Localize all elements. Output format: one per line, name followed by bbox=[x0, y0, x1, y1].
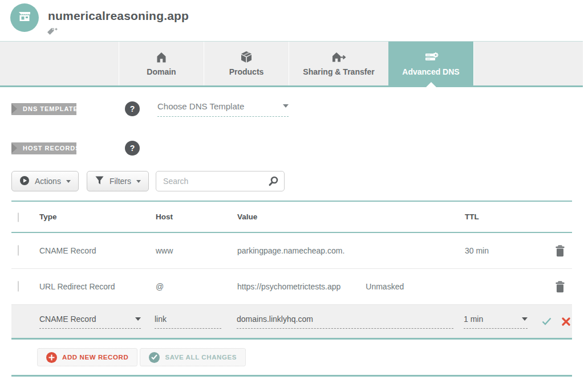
cell-value: parkingpage.namecheap.com. bbox=[237, 246, 344, 255]
tab-label: Products bbox=[229, 67, 264, 76]
tab-spacer bbox=[473, 42, 583, 85]
box-icon bbox=[240, 51, 253, 63]
search-box bbox=[156, 171, 285, 191]
table-header-row: Type Host Value TTL bbox=[11, 201, 572, 233]
table-footer: ADD NEW RECORD SAVE ALL CHANGES bbox=[37, 348, 572, 366]
edit-record-row: CNAME Record 1 min bbox=[11, 305, 572, 340]
filters-label: Filters bbox=[110, 177, 131, 186]
dns-template-select-value: Choose DNS Template bbox=[157, 101, 283, 111]
host-records-section: HOST RECORDS ? bbox=[11, 141, 572, 156]
check-circle-icon bbox=[149, 352, 160, 363]
column-header-host: Host bbox=[156, 213, 237, 221]
value-field[interactable] bbox=[237, 314, 453, 329]
dns-templates-help-button[interactable]: ? bbox=[125, 101, 140, 116]
storefront-icon bbox=[17, 9, 33, 27]
host-records-table: Type Host Value TTL CNAME Record www par… bbox=[11, 201, 572, 340]
delete-record-button[interactable] bbox=[555, 280, 565, 293]
add-new-record-label: ADD NEW RECORD bbox=[62, 354, 128, 361]
row-checkbox[interactable] bbox=[18, 281, 19, 292]
chevron-down-icon bbox=[136, 180, 141, 183]
value-input[interactable] bbox=[237, 314, 453, 324]
page-title: numericalreasoning.app bbox=[48, 9, 189, 23]
dns-server-icon bbox=[424, 51, 439, 63]
tab-sharing-transfer[interactable]: Sharing & Transfer bbox=[289, 42, 388, 85]
tab-spacer bbox=[0, 42, 119, 85]
dns-template-select[interactable]: Choose DNS Template bbox=[157, 101, 289, 117]
tab-label: Sharing & Transfer bbox=[303, 67, 374, 76]
tab-advanced-dns[interactable]: Advanced DNS bbox=[388, 42, 473, 85]
play-circle-icon bbox=[19, 175, 30, 187]
chevron-down-icon bbox=[135, 317, 141, 321]
cancel-record-button[interactable] bbox=[562, 317, 570, 326]
host-field[interactable] bbox=[155, 314, 221, 329]
cell-type: CNAME Record bbox=[39, 246, 156, 255]
cell-type: URL Redirect Record bbox=[39, 282, 156, 291]
host-records-ribbon: HOST RECORDS bbox=[11, 142, 76, 154]
chevron-down-icon bbox=[522, 317, 528, 321]
add-new-record-button[interactable]: ADD NEW RECORD bbox=[37, 348, 137, 366]
cell-value: https://psychometrictests.app bbox=[237, 282, 340, 291]
add-tag-icon[interactable] bbox=[47, 27, 58, 38]
advanced-dns-page: numericalreasoning.app Domain bbox=[0, 0, 583, 377]
column-header-value: Value bbox=[237, 213, 465, 221]
cell-host: @ bbox=[156, 282, 237, 291]
domain-header: numericalreasoning.app bbox=[0, 0, 583, 41]
transfer-home-icon bbox=[331, 51, 346, 63]
ttl-select[interactable]: 1 min bbox=[464, 314, 528, 329]
search-input[interactable] bbox=[163, 177, 268, 186]
actions-label: Actions bbox=[35, 177, 61, 186]
chevron-down-icon bbox=[66, 180, 71, 183]
content-area: DNS TEMPLATES ? Choose DNS Template HOST… bbox=[0, 100, 583, 377]
save-all-changes-button[interactable]: SAVE ALL CHANGES bbox=[140, 348, 246, 366]
ttl-value: 1 min bbox=[464, 314, 522, 324]
column-header-type: Type bbox=[39, 213, 156, 221]
search-icon[interactable] bbox=[268, 176, 278, 186]
select-all-checkbox[interactable] bbox=[18, 213, 19, 222]
host-records-toolbar: Actions Filters bbox=[11, 171, 572, 191]
tab-label: Advanced DNS bbox=[402, 67, 459, 76]
avatar bbox=[10, 3, 39, 32]
delete-record-button[interactable] bbox=[555, 244, 565, 258]
record-type-value: CNAME Record bbox=[39, 314, 135, 324]
active-tab-notch bbox=[426, 82, 436, 87]
host-records-help-button[interactable]: ? bbox=[125, 141, 140, 156]
tab-bar: Domain Products Sharing & Transfer bbox=[0, 41, 583, 87]
row-checkbox[interactable] bbox=[18, 245, 19, 256]
actions-button[interactable]: Actions bbox=[11, 171, 79, 191]
bottom-divider bbox=[11, 375, 572, 377]
cell-ttl: 30 min bbox=[465, 246, 542, 255]
tab-products[interactable]: Products bbox=[204, 42, 289, 85]
dns-templates-section: DNS TEMPLATES ? Choose DNS Template bbox=[11, 100, 572, 117]
chevron-down-icon bbox=[283, 104, 289, 108]
home-icon bbox=[155, 51, 168, 63]
filters-button[interactable]: Filters bbox=[87, 171, 149, 191]
dns-templates-ribbon: DNS TEMPLATES bbox=[11, 103, 76, 115]
cell-host: www bbox=[156, 246, 237, 255]
record-type-select[interactable]: CNAME Record bbox=[39, 314, 141, 329]
tab-domain[interactable]: Domain bbox=[119, 42, 204, 85]
tab-label: Domain bbox=[147, 67, 176, 76]
table-row: URL Redirect Record @ https://psychometr… bbox=[11, 269, 572, 305]
filter-icon bbox=[95, 175, 104, 187]
plus-circle-icon bbox=[46, 352, 57, 363]
cell-value-extra: Unmasked bbox=[366, 282, 404, 291]
host-input[interactable] bbox=[155, 314, 221, 324]
table-row: CNAME Record www parkingpage.namecheap.c… bbox=[11, 233, 572, 269]
confirm-record-button[interactable] bbox=[542, 317, 551, 325]
column-header-ttl: TTL bbox=[465, 213, 542, 221]
save-all-changes-label: SAVE ALL CHANGES bbox=[165, 354, 237, 361]
